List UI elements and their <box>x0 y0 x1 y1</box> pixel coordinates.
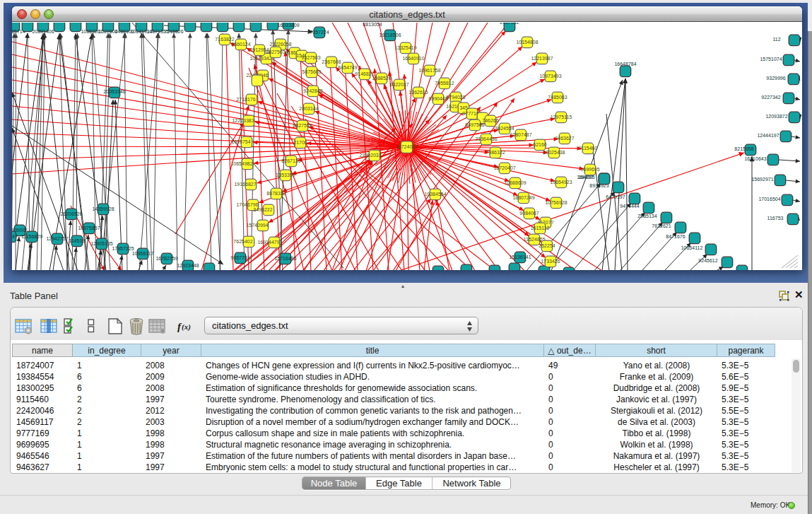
svg-text:12213383: 12213383 <box>232 118 254 123</box>
svg-text:9463627: 9463627 <box>555 136 574 141</box>
svg-text:9329996: 9329996 <box>766 76 785 81</box>
svg-text:8427552: 8427552 <box>293 123 312 128</box>
svg-text:10025438: 10025438 <box>543 150 565 155</box>
svg-text:8813054: 8813054 <box>363 23 382 27</box>
svg-text:21364436: 21364436 <box>475 136 497 141</box>
svg-text:8454749: 8454749 <box>338 65 357 70</box>
svg-text:114519: 114519 <box>69 238 86 243</box>
svg-text:19218506: 19218506 <box>379 33 401 37</box>
svg-text:12093872: 12093872 <box>765 114 787 119</box>
svg-text:21700: 21700 <box>293 140 307 145</box>
svg-text:12213987: 12213987 <box>531 56 553 61</box>
svg-text:7357224: 7357224 <box>310 30 329 35</box>
svg-text:1588520: 1588520 <box>372 76 391 81</box>
svg-text:16782759: 16782759 <box>155 256 177 261</box>
svg-text:17016504: 17016504 <box>758 197 780 201</box>
svg-text:116753: 116753 <box>767 216 784 221</box>
svg-text:6794028: 6794028 <box>446 95 465 100</box>
svg-text:19654923: 19654923 <box>550 180 572 185</box>
svg-text:18807249: 18807249 <box>512 195 534 200</box>
svg-text:2087642: 2087642 <box>500 23 519 25</box>
svg-text:10958117: 10958117 <box>132 251 154 256</box>
svg-text:23302033: 23302033 <box>359 153 381 158</box>
svg-text:12942757: 12942757 <box>46 236 68 241</box>
svg-text:9115460: 9115460 <box>579 146 598 151</box>
svg-text:9245612: 9245612 <box>698 258 717 263</box>
svg-text:17957225: 17957225 <box>112 246 134 251</box>
svg-text:6497568: 6497568 <box>465 122 484 127</box>
svg-text:16210643: 16210643 <box>744 156 766 161</box>
svg-text:17046796: 17046796 <box>236 202 258 207</box>
svg-text:26206526: 26206526 <box>60 211 82 216</box>
svg-text:6479197: 6479197 <box>606 194 625 199</box>
svg-text:252254: 252254 <box>539 243 555 248</box>
svg-text:1733426: 1733426 <box>541 259 560 264</box>
svg-text:2803144: 2803144 <box>299 106 318 111</box>
svg-text:9327503: 9327503 <box>301 55 320 60</box>
svg-text:16033809: 16033809 <box>277 23 299 28</box>
svg-text:62160: 62160 <box>533 142 547 147</box>
svg-text:8660124: 8660124 <box>231 42 250 47</box>
svg-text:(x): (x) <box>182 322 191 332</box>
svg-text:8267130: 8267130 <box>281 158 300 163</box>
svg-text:1610754: 1610754 <box>231 139 250 144</box>
svg-text:10973493: 10973493 <box>539 74 561 78</box>
svg-text:9084067: 9084067 <box>519 211 539 216</box>
svg-text:8678332: 8678332 <box>266 191 286 196</box>
svg-text:10654112: 10654112 <box>681 245 703 250</box>
svg-text:18724007: 18724007 <box>396 144 418 149</box>
svg-text:16914479: 16914479 <box>257 240 279 245</box>
svg-text:746266: 746266 <box>482 118 498 123</box>
svg-text:9657791: 9657791 <box>230 255 249 260</box>
svg-text:10756928: 10756928 <box>545 200 567 205</box>
svg-text:10154808: 10154808 <box>516 40 538 45</box>
svg-text:12923448: 12923448 <box>177 263 199 268</box>
svg-text:7986322: 7986322 <box>486 150 505 155</box>
svg-text:11156829: 11156829 <box>21 234 42 239</box>
svg-text:8322037: 8322037 <box>389 82 408 87</box>
svg-text:15136141: 15136141 <box>509 255 531 259</box>
svg-text:7955812: 7955812 <box>435 81 454 86</box>
svg-text:10688609: 10688609 <box>504 180 526 185</box>
svg-text:23226058: 23226058 <box>269 42 291 47</box>
svg-text:112: 112 <box>772 37 780 42</box>
svg-text:10807487: 10807487 <box>510 132 531 137</box>
svg-text:8471676: 8471676 <box>666 234 685 239</box>
svg-text:9242848: 9242848 <box>303 88 322 93</box>
svg-text:3914?: 3914? <box>12 234 18 239</box>
svg-text:2935134: 2935134 <box>637 214 657 218</box>
svg-text:15692971: 15692971 <box>751 177 773 182</box>
svg-text:5875685: 5875685 <box>302 69 321 74</box>
svg-text:2718176: 2718176 <box>236 97 255 102</box>
svg-text:13325419: 13325419 <box>394 45 416 50</box>
svg-text:7632621: 7632621 <box>652 223 671 228</box>
svg-text:12444197: 12444197 <box>757 133 779 138</box>
svg-text:16640910: 16640910 <box>402 56 424 61</box>
svg-text:3624554: 3624554 <box>495 126 514 131</box>
svg-text:7163822: 7163822 <box>215 37 234 42</box>
svg-text:12975115: 12975115 <box>551 115 572 119</box>
svg-text:12905135: 12905135 <box>90 241 112 246</box>
svg-text:15740994: 15740994 <box>246 223 268 228</box>
svg-text:9227342: 9227342 <box>761 95 780 100</box>
svg-text:16648784: 16648784 <box>614 62 636 66</box>
svg-text:10543342: 10543342 <box>249 56 271 61</box>
svg-text:9699695: 9699695 <box>580 167 599 172</box>
svg-text:19166827: 19166827 <box>234 182 256 187</box>
svg-text:15716485: 15716485 <box>274 256 296 261</box>
svg-text:3498222: 3498222 <box>253 207 272 212</box>
svg-text:14359928: 14359928 <box>92 206 114 211</box>
svg-text:7485063: 7485063 <box>548 95 567 100</box>
svg-text:7515526: 7515526 <box>164 29 183 34</box>
svg-text:15751074: 15751074 <box>760 57 782 62</box>
svg-text:10654982: 10654982 <box>230 161 252 166</box>
svg-text:19384554: 19384554 <box>424 192 446 197</box>
svg-text:9827503: 9827503 <box>266 49 285 54</box>
svg-text:20053346: 20053346 <box>103 89 125 94</box>
svg-text:1362615: 1362615 <box>408 90 428 95</box>
svg-text:1353359: 1353359 <box>276 173 295 177</box>
svg-text:8990448: 8990448 <box>428 96 447 101</box>
svg-text:8215958: 8215958 <box>734 146 753 151</box>
svg-text:20891406: 20891406 <box>32 29 54 34</box>
svg-text:15720407: 15720407 <box>493 165 515 170</box>
